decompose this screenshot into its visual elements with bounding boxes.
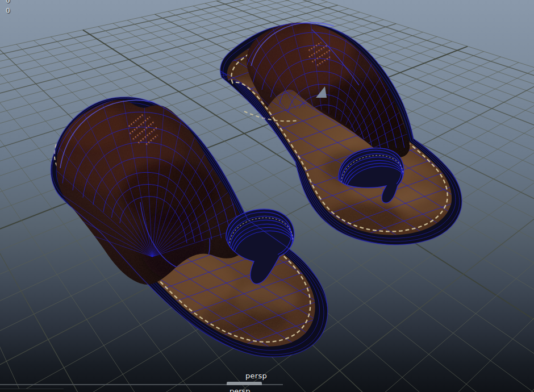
bottom-ui-strip	[0, 389, 64, 392]
lower-panel-label-clip[interactable]: persp	[230, 385, 269, 392]
maya-perspective-viewport[interactable]: 0 0 persp persp	[0, 0, 534, 392]
scene-canvas[interactable]	[0, 0, 534, 392]
hud-counter-top: 0	[6, 0, 10, 4]
lower-panel-camera-label: persp	[230, 387, 251, 392]
hud-counter-bottom: 0	[6, 7, 10, 14]
camera-name-label: persp	[245, 372, 267, 380]
